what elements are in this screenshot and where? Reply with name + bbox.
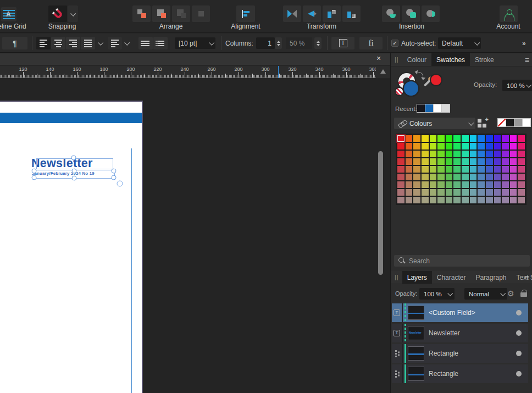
palette-swatch[interactable] [478,151,485,157]
palette-swatch[interactable] [502,174,509,180]
alignment-button[interactable] [236,5,255,22]
palette-swatch[interactable] [486,197,493,203]
palette-swatch[interactable] [494,135,501,142]
gear-icon[interactable]: ⚙ [507,289,514,298]
palette-swatch[interactable] [397,197,404,203]
layer-row[interactable]: Rectangle [392,344,528,363]
palette-swatch[interactable] [446,158,453,165]
colour-swatch[interactable] [425,104,434,113]
opacity-dropdown[interactable]: 100 % [502,80,532,91]
layer-name[interactable]: <Custom Field> [424,309,528,317]
palette-swatch[interactable] [486,166,493,173]
palette-swatch[interactable] [422,135,429,142]
palette-swatch[interactable] [422,197,429,203]
add-swatch-button[interactable]: + [478,118,489,129]
swatch-search-box[interactable]: Search [394,255,530,267]
palette-swatch[interactable] [518,143,525,150]
palette-swatch[interactable] [406,174,413,180]
picked-colour-dot[interactable] [431,75,441,85]
layer-name[interactable]: Rectangle [424,350,528,357]
palette-dropdown[interactable]: Colours [394,118,475,129]
palette-swatch[interactable] [413,135,420,142]
palette-swatch[interactable] [470,135,477,142]
palette-swatch[interactable] [437,135,445,142]
layer-thumbnail[interactable]: Newsletter [408,326,424,340]
colour-swatch[interactable] [522,118,531,127]
palette-swatch[interactable] [462,151,469,157]
tab-stroke[interactable]: Stroke [470,53,499,66]
palette-swatch[interactable] [502,151,509,157]
palette-swatch[interactable] [413,158,420,165]
palette-swatch[interactable] [518,151,525,157]
selection-handle[interactable] [72,169,77,174]
palette-swatch[interactable] [462,197,469,203]
snapping-button[interactable] [48,5,67,22]
toolbar-overflow-button[interactable]: » [522,40,526,47]
layer-name[interactable]: Rectangle [424,370,528,378]
arrange-to-front-button[interactable] [132,5,151,22]
justify-button[interactable] [81,37,95,49]
palette-swatch[interactable] [478,181,485,188]
palette-swatch[interactable] [453,151,461,157]
palette-swatch[interactable] [462,135,469,142]
font-size-dropdown[interactable]: [10 pt] [175,37,215,49]
palette-swatch[interactable] [462,143,469,150]
palette-swatch[interactable] [437,143,445,150]
columns-input[interactable]: 1 [256,37,275,49]
palette-swatch[interactable] [486,151,493,157]
palette-swatch[interactable] [397,143,404,150]
palette-swatch[interactable] [453,174,461,180]
close-view-button[interactable]: × [374,54,383,63]
tab-swatches[interactable]: Swatches [431,53,470,66]
insert-inside-button[interactable] [402,5,420,22]
palette-swatch[interactable] [486,181,493,188]
palette-swatch[interactable] [446,135,453,142]
palette-swatch[interactable] [453,135,461,142]
palette-swatch[interactable] [510,166,517,173]
colour-swatch[interactable] [433,104,442,113]
palette-swatch[interactable] [397,158,404,165]
palette-swatch[interactable] [453,166,461,173]
palette-swatch[interactable] [478,143,485,150]
palette-swatch[interactable] [406,189,413,196]
flip-horizontal-button[interactable] [283,5,301,22]
palette-swatch[interactable] [430,166,437,173]
palette-swatch[interactable] [422,181,429,188]
panel-drag-handle[interactable]: || [391,53,402,66]
palette-swatch[interactable] [502,197,509,203]
palette-swatch[interactable] [518,166,525,173]
insert-on-top-button[interactable] [422,5,440,22]
palette-swatch[interactable] [437,151,445,157]
palette-swatch[interactable] [397,181,404,188]
palette-swatch[interactable] [406,166,413,173]
palette-swatch[interactable] [494,181,501,188]
palette-swatch[interactable] [437,166,445,173]
auto-select-dropdown[interactable]: Default [438,37,481,49]
palette-swatch[interactable] [486,143,493,150]
palette-swatch[interactable] [470,197,477,203]
palette-swatch[interactable] [510,181,517,188]
palette-swatch[interactable] [518,189,525,196]
palette-swatch[interactable] [510,135,517,142]
palette-swatch[interactable] [502,181,509,188]
palette-swatch[interactable] [478,197,485,203]
layer-visibility-dot[interactable] [516,310,522,315]
leading-dropdown-button[interactable] [122,37,131,49]
layer-visibility-dot[interactable] [516,330,522,336]
text-frame-button[interactable]: T [331,37,354,49]
tab-layers[interactable]: Layers [402,271,432,284]
palette-swatch[interactable] [462,158,469,165]
selection-handle[interactable] [72,176,77,181]
palette-swatch[interactable] [422,143,429,150]
layer-row[interactable]: T<Custom Field> [392,303,528,322]
insert-behind-button[interactable] [382,5,400,22]
palette-swatch[interactable] [494,143,501,150]
palette-swatch[interactable] [430,158,437,165]
colour-swatch[interactable] [506,118,514,127]
panel-menu-icon[interactable]: ≡ [525,273,529,282]
document-page[interactable]: Newsletter January/February 2024 No 19 [0,101,143,393]
palette-swatch[interactable] [413,166,420,173]
flip-vertical-button[interactable] [303,5,321,22]
layer-thumbnail[interactable] [408,306,424,320]
auto-select-checkbox[interactable]: ✓ [391,40,398,47]
